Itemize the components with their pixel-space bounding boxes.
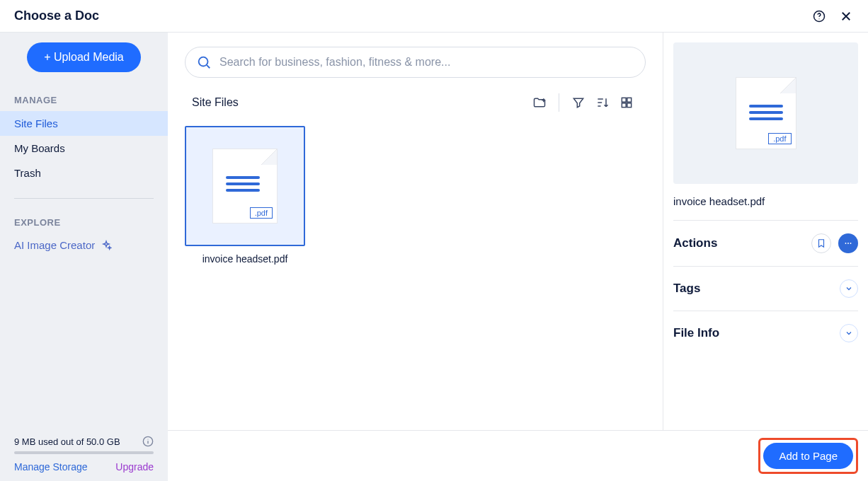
svg-rect-14 xyxy=(622,103,626,108)
actions-section-title: Actions xyxy=(673,236,717,250)
help-icon[interactable] xyxy=(811,8,827,24)
chevron-down-icon[interactable] xyxy=(840,324,858,342)
document-icon: .pdf xyxy=(736,78,796,149)
dialog-footer: Add to Page xyxy=(168,430,868,481)
file-info-section-title: File Info xyxy=(673,326,719,340)
upgrade-link[interactable]: Upgrade xyxy=(115,461,154,473)
chevron-down-icon[interactable] xyxy=(840,279,858,298)
dialog-title: Choose a Doc xyxy=(14,8,99,23)
toolbar-separator xyxy=(559,93,559,112)
add-to-page-button[interactable]: Add to Page xyxy=(763,443,853,469)
storage-bar xyxy=(14,451,154,454)
add-to-page-highlight: Add to Page xyxy=(758,438,858,474)
dialog-header: Choose a Doc xyxy=(0,0,868,33)
svg-rect-12 xyxy=(622,98,626,102)
storage-text: 9 MB used out of 50.0 GB xyxy=(14,436,120,447)
sparkle-icon xyxy=(101,240,112,251)
upload-media-button[interactable]: + Upload Media xyxy=(27,42,141,72)
close-icon[interactable] xyxy=(838,8,854,24)
manage-storage-link[interactable]: Manage Storage xyxy=(14,461,88,473)
explore-section-label: EXPLORE xyxy=(0,211,168,233)
new-folder-button[interactable] xyxy=(527,91,552,115)
sidebar: + Upload Media MANAGE Site Files My Boar… xyxy=(0,33,168,481)
sidebar-divider xyxy=(14,198,154,199)
tags-section-title: Tags xyxy=(673,282,700,296)
sidebar-item-my-boards[interactable]: My Boards xyxy=(0,136,168,161)
file-name-label: invoice headset.pdf xyxy=(202,253,288,265)
file-preview: .pdf xyxy=(673,42,858,184)
bookmark-button[interactable] xyxy=(811,233,831,253)
search-input[interactable] xyxy=(185,47,646,78)
sort-button[interactable] xyxy=(590,91,615,115)
tags-section[interactable]: Tags xyxy=(673,267,858,311)
filter-button[interactable] xyxy=(566,91,590,115)
file-item[interactable]: .pdf invoice headset.pdf xyxy=(185,126,305,265)
file-ext-badge: .pdf xyxy=(250,207,273,219)
svg-point-17 xyxy=(847,243,849,244)
svg-point-5 xyxy=(199,57,208,66)
file-thumbnail[interactable]: .pdf xyxy=(185,126,305,246)
more-actions-button[interactable] xyxy=(838,233,858,253)
svg-point-4 xyxy=(147,439,148,439)
svg-point-18 xyxy=(850,243,852,244)
svg-rect-15 xyxy=(627,103,632,108)
details-panel: .pdf invoice headset.pdf Actions xyxy=(663,33,868,481)
grid-view-button[interactable] xyxy=(615,91,639,115)
ai-image-creator-label: AI Image Creator xyxy=(14,239,95,251)
info-icon[interactable] xyxy=(142,436,154,447)
svg-point-16 xyxy=(845,243,847,244)
file-info-section[interactable]: File Info xyxy=(673,311,858,355)
manage-section-label: MANAGE xyxy=(0,89,168,111)
svg-rect-13 xyxy=(627,98,632,102)
storage-info: 9 MB used out of 50.0 GB Manage Storage … xyxy=(0,436,168,481)
content-area: Site Files xyxy=(168,33,663,481)
search-icon xyxy=(196,54,212,70)
sidebar-item-site-files[interactable]: Site Files xyxy=(0,111,168,136)
document-icon: .pdf xyxy=(213,149,277,223)
breadcrumb-current: Site Files xyxy=(192,96,239,109)
file-ext-badge: .pdf xyxy=(768,133,791,144)
svg-line-6 xyxy=(207,65,210,68)
sidebar-item-ai-image-creator[interactable]: AI Image Creator xyxy=(0,233,168,257)
details-filename: invoice headset.pdf xyxy=(673,195,858,207)
sidebar-item-trash[interactable]: Trash xyxy=(0,161,168,185)
svg-point-1 xyxy=(818,18,819,19)
